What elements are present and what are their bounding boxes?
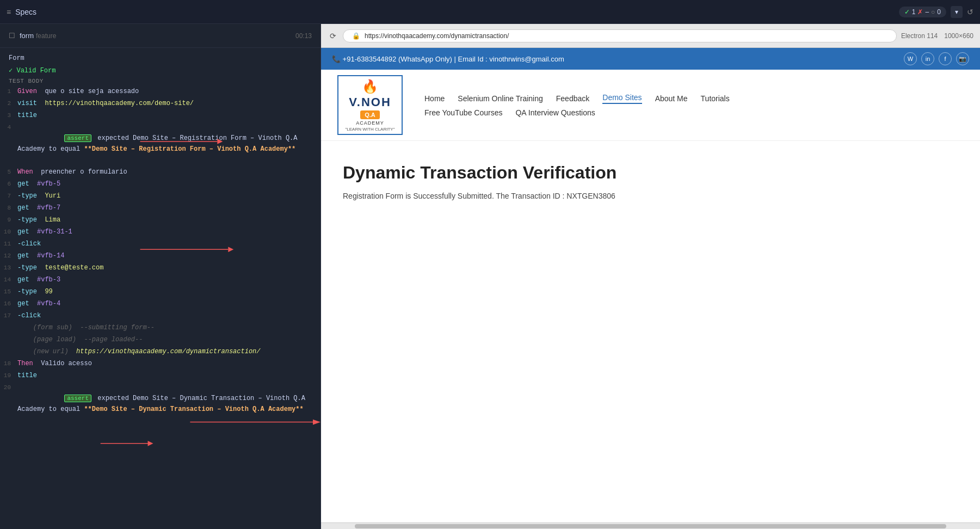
section-valid-form: ✓ Valid Form xyxy=(0,64,320,77)
nav-demo-sites[interactable]: Demo Sites xyxy=(602,93,642,104)
code-line-16: 16 get #vfb-4 xyxy=(0,298,320,310)
browser-bar: ⟳ 🔒 https://vinothqaacademy.com/dynamict… xyxy=(321,24,980,48)
nav-youtube[interactable]: Free YouTube Courses xyxy=(424,108,502,117)
nav-tutorials[interactable]: Tutorials xyxy=(701,94,730,103)
nav-about-me[interactable]: About Me xyxy=(655,94,688,103)
code-area[interactable]: Form ✓ Valid Form TEST BODY 1 Given que … xyxy=(0,48,320,430)
code-line-1: 1 Given que o site seja acessado xyxy=(0,85,320,97)
fail-indicator: ✗ xyxy=(917,8,923,16)
logo-flame-icon: 🔥 xyxy=(362,79,378,94)
code-line-4: 4 assert expected Demo Site – Registrati… xyxy=(0,121,320,166)
code-line-11: 11 -click xyxy=(0,238,320,250)
code-line-19: 19 title xyxy=(0,370,320,382)
fail-separator: – xyxy=(925,8,929,16)
linkedin-icon[interactable]: in xyxy=(921,52,934,65)
assert-badge-4: assert xyxy=(64,134,91,142)
whatsapp-icon[interactable]: W xyxy=(904,52,917,65)
page-subtitle: Registration Form is Successfully Submit… xyxy=(343,192,958,200)
dropdown-button[interactable]: ▾ xyxy=(951,6,963,18)
lock-icon: 🔒 xyxy=(352,32,360,40)
code-line-6: 6 get #vfb-5 xyxy=(0,178,320,190)
top-bar: ≡ Specs ✓ 1 ✗ – ○ 0 ▾ ↺ xyxy=(0,0,980,24)
browser-nav-icon[interactable]: ⟳ xyxy=(328,29,338,42)
page-title: Dynamic Transaction Verification xyxy=(343,163,958,183)
nav-selenium[interactable]: Selenium Online Training xyxy=(458,94,543,103)
nav-feedback[interactable]: Feedback xyxy=(556,94,589,103)
code-line-15: 15 -type 99 xyxy=(0,286,320,298)
url-bar[interactable]: 🔒 https://vinothqaacademy.com/dynamictra… xyxy=(343,29,897,42)
social-icons: W in f 📷 xyxy=(904,52,969,65)
code-line-meta2: (page load) --page loaded-- xyxy=(0,334,320,346)
logo-academy-text: ACADEMY xyxy=(356,120,384,126)
code-line-10: 10 get #vfb-31-1 xyxy=(0,226,320,238)
feature-icon: ☐ xyxy=(9,32,15,40)
site-main: Dynamic Transaction Verification Registr… xyxy=(321,141,980,222)
right-panel: ⟳ 🔒 https://vinothqaacademy.com/dynamict… xyxy=(321,24,980,529)
code-wrapper: Form ✓ Valid Form TEST BODY 1 Given que … xyxy=(0,48,320,529)
logo-qa-text: Q.A xyxy=(360,110,380,119)
assert-badge-20: assert xyxy=(64,395,91,402)
status-badge: ✓ 1 ✗ – ○ 0 xyxy=(899,7,946,17)
code-line-17: 17 -click xyxy=(0,310,320,322)
browser-content[interactable]: 📞 +91-6383544892 (WhatsApp Only) | Email… xyxy=(321,48,980,522)
browser-scrollbar[interactable] xyxy=(321,522,980,529)
site-top-bar: 📞 +91-6383544892 (WhatsApp Only) | Email… xyxy=(321,48,980,70)
pass-indicator: ✓ xyxy=(904,8,910,16)
resolution-label: 1000×660 xyxy=(944,32,973,40)
logo-tagline-text: "LEARN WITH CLARITY" xyxy=(345,127,395,132)
nav-qa-interview[interactable]: QA Interview Questions xyxy=(515,108,595,117)
browser-info: Electron 114 1000×660 xyxy=(901,32,973,40)
code-line-8: 8 get #vfb-7 xyxy=(0,202,320,214)
code-line-5: 5 When preencher o formulario xyxy=(0,166,320,178)
nav-row-1: Home Selenium Online Training Feedback D… xyxy=(424,93,730,104)
code-line-7: 7 -type Yuri xyxy=(0,190,320,202)
site-nav: 🔥 V.NOH Q.A ACADEMY "LEARN WITH CLARITY"… xyxy=(321,70,980,141)
scrollbar-thumb xyxy=(355,524,946,528)
left-panel: ☐ form feature 00:13 Form ✓ Valid Form T… xyxy=(0,24,321,529)
contact-info: 📞 +91-6383544892 (WhatsApp Only) | Email… xyxy=(332,55,897,63)
code-line-3: 3 title xyxy=(0,109,320,121)
svg-marker-7 xyxy=(148,441,153,446)
logo-box: 🔥 V.NOH Q.A ACADEMY "LEARN WITH CLARITY" xyxy=(337,75,403,135)
url-text: https://vinothqaacademy.com/dynamictrans… xyxy=(365,32,509,40)
code-line-13: 13 -type teste@teste.com xyxy=(0,262,320,274)
code-line-9: 9 -type Lima xyxy=(0,214,320,226)
code-line-18: 18 Then Valido acesso xyxy=(0,358,320,370)
nav-row-2: Free YouTube Courses QA Interview Questi… xyxy=(424,108,730,117)
logo-vnoh-text: V.NOH xyxy=(349,95,391,109)
feature-header: ☐ form feature 00:13 xyxy=(0,24,320,48)
nav-home[interactable]: Home xyxy=(424,94,445,103)
code-line-14: 14 get #vfb-3 xyxy=(0,274,320,286)
code-line-meta1: (form sub) --submitting form-- xyxy=(0,322,320,334)
menu-icon[interactable]: ≡ xyxy=(7,8,11,16)
feature-name: form xyxy=(20,32,34,40)
main-layout: ☐ form feature 00:13 Form ✓ Valid Form T… xyxy=(0,24,980,529)
test-body-label: TEST BODY xyxy=(0,77,320,85)
app-title: ≡ Specs xyxy=(7,8,36,16)
pass-count: 1 xyxy=(912,8,916,16)
refresh-button[interactable]: ↺ xyxy=(967,8,973,16)
code-line-12: 12 get #vfb-14 xyxy=(0,250,320,262)
app-title-label: Specs xyxy=(15,8,36,16)
site-logo: 🔥 V.NOH Q.A ACADEMY "LEARN WITH CLARITY" xyxy=(337,75,403,135)
electron-label: Electron 114 xyxy=(901,32,938,40)
pending-count: 0 xyxy=(937,8,941,16)
code-line-2: 2 visit https://vinothqaacademy.com/demo… xyxy=(0,97,320,109)
instagram-icon[interactable]: 📷 xyxy=(956,52,969,65)
feature-time: 00:13 xyxy=(295,32,312,40)
code-line-20: 20 assert expected Demo Site – Dynamic T… xyxy=(0,382,320,426)
nav-links: Home Selenium Online Training Feedback D… xyxy=(424,93,730,117)
code-line-meta3: (new url) https://vinothqaacademy.com/dy… xyxy=(0,346,320,358)
section-form: Form xyxy=(0,52,320,64)
facebook-icon[interactable]: f xyxy=(939,52,952,65)
feature-label: feature xyxy=(36,32,56,40)
pending-indicator: ○ xyxy=(931,8,935,16)
top-bar-controls: ✓ 1 ✗ – ○ 0 ▾ ↺ xyxy=(899,6,973,18)
